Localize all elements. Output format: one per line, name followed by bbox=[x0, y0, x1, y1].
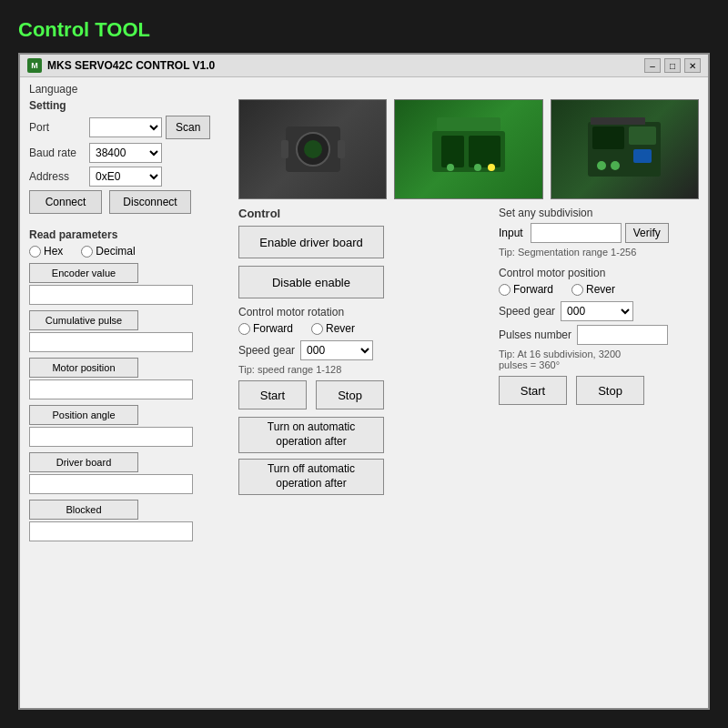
maximize-button[interactable]: □ bbox=[664, 58, 681, 73]
control-section: Control Enable driver board Disable enab… bbox=[238, 207, 699, 699]
svg-point-11 bbox=[488, 164, 495, 171]
motor-pos-input[interactable] bbox=[29, 379, 193, 399]
speed-gear-select[interactable]: 000 bbox=[300, 340, 373, 360]
product-images bbox=[238, 99, 699, 199]
speed-tip: Tip: speed range 1-128 bbox=[238, 364, 490, 375]
pos-direction-row: Forward Rever bbox=[499, 283, 699, 296]
subdivision-title: Set any subdivision bbox=[499, 207, 699, 219]
svg-point-2 bbox=[304, 140, 322, 158]
product-image-2 bbox=[394, 99, 542, 199]
decimal-radio[interactable] bbox=[81, 246, 93, 258]
pos-stop-button[interactable]: Stop bbox=[576, 376, 644, 405]
cumulative-row: Cumulative pulse bbox=[29, 310, 229, 330]
language-label: Language bbox=[29, 83, 699, 96]
svg-rect-6 bbox=[437, 117, 500, 131]
svg-rect-13 bbox=[592, 126, 624, 149]
blocked-input[interactable] bbox=[29, 521, 193, 541]
baud-row: Baud rate 38400 bbox=[29, 143, 229, 163]
encoder-button[interactable]: Encoder value bbox=[29, 263, 138, 283]
position-angle-row: Position angle bbox=[29, 405, 229, 425]
pos-speed-select[interactable]: 000 bbox=[561, 301, 633, 321]
cumulative-input[interactable] bbox=[29, 332, 193, 352]
svg-rect-15 bbox=[633, 149, 652, 163]
title-bar: M MKS SERVO42C CONTROL V1.0 – □ ✕ bbox=[20, 55, 708, 77]
close-button[interactable]: ✕ bbox=[684, 58, 701, 73]
turn-on-auto-button[interactable]: Turn on automaticoperation after bbox=[238, 417, 384, 453]
svg-rect-4 bbox=[338, 140, 345, 158]
hex-label: Hex bbox=[44, 245, 63, 258]
app-title: Control TOOL bbox=[18, 18, 710, 42]
blocked-button[interactable]: Blocked bbox=[29, 500, 138, 520]
pos-start-button[interactable]: Start bbox=[499, 376, 567, 405]
svg-rect-14 bbox=[629, 126, 656, 145]
left-panel: Setting Port Scan Baud rate 38400 bbox=[29, 99, 229, 699]
motor-pos-button[interactable]: Motor position bbox=[29, 358, 138, 378]
position-angle-input[interactable] bbox=[29, 427, 193, 447]
title-bar-controls: – □ ✕ bbox=[644, 58, 701, 73]
decimal-radio-label[interactable]: Decimal bbox=[81, 245, 135, 258]
svg-point-10 bbox=[474, 164, 481, 171]
window-title: MKS SERVO42C CONTROL V1.0 bbox=[47, 59, 215, 72]
pos-rever-label: Rever bbox=[586, 283, 615, 296]
verify-button[interactable]: Verify bbox=[625, 223, 669, 243]
rever-radio[interactable] bbox=[311, 323, 323, 335]
subdivision-tip: Tip: Segmentation range 1-256 bbox=[499, 247, 699, 258]
product-image-1 bbox=[238, 99, 387, 199]
setting-section: Setting Port Scan Baud rate 38400 bbox=[29, 99, 229, 214]
pos-rever-radio[interactable] bbox=[571, 284, 583, 296]
start-stop-row: Start Stop bbox=[238, 380, 490, 410]
pos-speed-row: Speed gear 000 bbox=[499, 301, 699, 321]
scan-button[interactable]: Scan bbox=[166, 116, 210, 139]
svg-rect-3 bbox=[281, 140, 288, 158]
hex-radio[interactable] bbox=[29, 246, 41, 258]
svg-rect-8 bbox=[469, 136, 500, 167]
position-angle-button[interactable]: Position angle bbox=[29, 405, 138, 425]
driver-board-input[interactable] bbox=[29, 474, 193, 494]
subdivision-section: Set any subdivision Input Verify Tip: Se… bbox=[499, 207, 699, 258]
port-row: Port Scan bbox=[29, 116, 229, 139]
encoder-row: Encoder value bbox=[29, 263, 229, 283]
pos-start-stop-row: Start Stop bbox=[499, 376, 699, 405]
turn-on-auto-label: Turn on automaticoperation after bbox=[268, 420, 355, 448]
subdivision-input[interactable] bbox=[531, 223, 622, 243]
addr-row: Address 0xE0 bbox=[29, 167, 229, 187]
port-label: Port bbox=[29, 121, 86, 134]
rotation-start-button[interactable]: Start bbox=[238, 380, 307, 410]
turn-off-auto-label: Turn off automaticoperation after bbox=[268, 462, 355, 490]
enable-driver-button[interactable]: Enable driver board bbox=[238, 226, 384, 258]
pulses-row: Pulses number 0 bbox=[499, 325, 699, 345]
port-select[interactable] bbox=[89, 117, 162, 137]
pos-speed-label: Speed gear bbox=[499, 305, 555, 318]
forward-radio[interactable] bbox=[238, 323, 250, 335]
disconnect-button[interactable]: Disconnect bbox=[109, 190, 191, 214]
rotation-direction-row: Forward Rever bbox=[238, 322, 490, 335]
baud-select[interactable]: 38400 bbox=[89, 143, 162, 163]
hex-radio-label[interactable]: Hex bbox=[29, 245, 63, 258]
app-icon: M bbox=[27, 58, 42, 73]
rever-radio-label[interactable]: Rever bbox=[311, 322, 355, 335]
encoder-input[interactable] bbox=[29, 285, 193, 305]
speed-gear-label: Speed gear bbox=[238, 344, 295, 357]
hex-decimal-row: Hex Decimal bbox=[29, 245, 229, 258]
addr-select[interactable]: 0xE0 bbox=[89, 167, 162, 187]
connect-button[interactable]: Connect bbox=[29, 190, 102, 214]
control-right: Set any subdivision Input Verify Tip: Se… bbox=[499, 207, 699, 699]
pos-forward-radio-label[interactable]: Forward bbox=[499, 283, 553, 296]
pos-rever-radio-label[interactable]: Rever bbox=[571, 283, 615, 296]
window-content: Language Setting Port Scan bbox=[20, 77, 708, 708]
cumulative-button[interactable]: Cumulative pulse bbox=[29, 310, 138, 330]
speed-gear-row: Speed gear 000 bbox=[238, 340, 490, 360]
svg-rect-7 bbox=[441, 136, 464, 167]
rotation-stop-button[interactable]: Stop bbox=[316, 380, 384, 410]
turn-off-auto-button[interactable]: Turn off automaticoperation after bbox=[238, 459, 384, 495]
minimize-button[interactable]: – bbox=[644, 58, 661, 73]
pos-forward-radio[interactable] bbox=[499, 284, 511, 296]
driver-board-button[interactable]: Driver board bbox=[29, 452, 138, 472]
forward-label: Forward bbox=[253, 322, 293, 335]
main-window: M MKS SERVO42C CONTROL V1.0 – □ ✕ Langua… bbox=[18, 53, 710, 710]
pulses-tip: Tip: At 16 subdivision, 3200 pulses = 36… bbox=[499, 349, 699, 370]
pulses-input[interactable]: 0 bbox=[577, 325, 668, 345]
forward-radio-label[interactable]: Forward bbox=[238, 322, 293, 335]
svg-point-9 bbox=[447, 164, 454, 171]
disable-enable-button[interactable]: Disable enable bbox=[238, 266, 384, 298]
